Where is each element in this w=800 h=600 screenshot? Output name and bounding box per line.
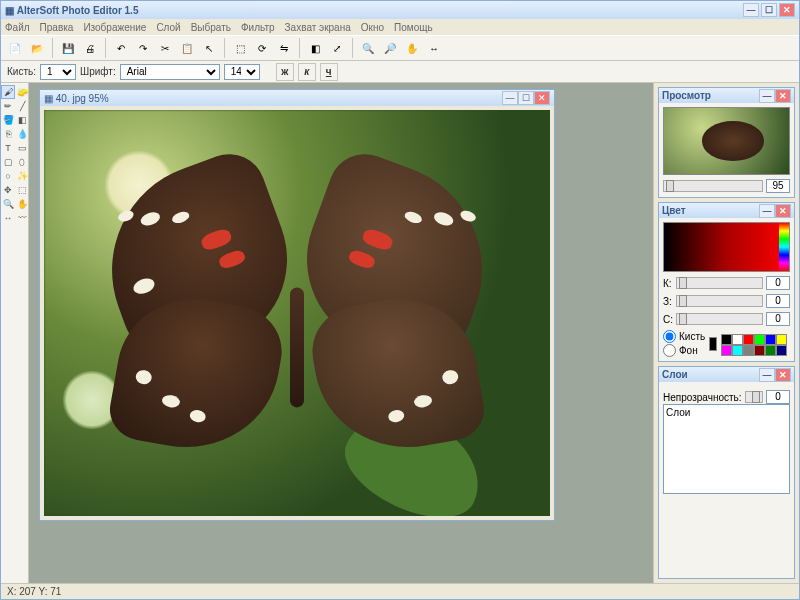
menu-5[interactable]: Фильтр bbox=[241, 22, 275, 33]
print-button[interactable]: 🖨 bbox=[80, 38, 100, 58]
swatch-2[interactable] bbox=[743, 334, 754, 345]
color-gradient-picker[interactable] bbox=[663, 222, 790, 272]
picker-tool[interactable]: 💧 bbox=[15, 127, 29, 141]
layers-list[interactable]: Слои bbox=[663, 404, 790, 494]
swatch-1[interactable] bbox=[732, 334, 743, 345]
measure-tool[interactable]: ↔ bbox=[1, 211, 15, 225]
color-minimize-button[interactable]: — bbox=[759, 204, 775, 218]
levels-button[interactable]: ◧ bbox=[305, 38, 325, 58]
redo-button[interactable]: ↷ bbox=[133, 38, 153, 58]
font-select[interactable]: Arial bbox=[120, 64, 220, 80]
brush-color-radio[interactable] bbox=[663, 330, 676, 343]
zoom-tool[interactable]: 🔍 bbox=[1, 197, 15, 211]
titlebar: ▦ AlterSoft Photo Editor 1.5 — ☐ ✕ bbox=[1, 1, 799, 19]
preview-minimize-button[interactable]: — bbox=[759, 89, 775, 103]
minimize-button[interactable]: — bbox=[743, 3, 759, 17]
doc-maximize-button[interactable]: ☐ bbox=[518, 91, 534, 105]
eraser-tool[interactable]: 🧽 bbox=[15, 85, 29, 99]
zoom-slider[interactable] bbox=[663, 180, 763, 192]
preview-close-button[interactable]: ✕ bbox=[775, 89, 791, 103]
brush-radio-label: Кисть bbox=[679, 331, 705, 342]
hue-bar[interactable] bbox=[779, 223, 789, 271]
swatch-3[interactable] bbox=[754, 334, 765, 345]
swatch-4[interactable] bbox=[765, 334, 776, 345]
swatch-5[interactable] bbox=[776, 334, 787, 345]
resize-button[interactable]: ⤢ bbox=[327, 38, 347, 58]
swatch-9[interactable] bbox=[754, 345, 765, 356]
undo-button[interactable]: ↶ bbox=[111, 38, 131, 58]
flip-button[interactable]: ⇋ bbox=[274, 38, 294, 58]
menu-3[interactable]: Слой bbox=[156, 22, 180, 33]
layers-minimize-button[interactable]: — bbox=[759, 368, 775, 382]
foreground-swatch[interactable] bbox=[709, 337, 717, 351]
copy-button[interactable]: 📋 bbox=[177, 38, 197, 58]
menu-0[interactable]: Файл bbox=[5, 22, 30, 33]
move-tool[interactable]: ✥ bbox=[1, 183, 15, 197]
italic-button[interactable]: к bbox=[298, 63, 316, 81]
wand-tool[interactable]: ✨ bbox=[15, 169, 29, 183]
opacity-slider[interactable] bbox=[745, 391, 763, 403]
green-slider[interactable] bbox=[676, 295, 763, 307]
ellipse-select-tool[interactable]: ○ bbox=[1, 169, 15, 183]
blue-slider[interactable] bbox=[676, 313, 763, 325]
preview-thumbnail[interactable] bbox=[663, 107, 790, 175]
lasso-tool[interactable]: ⬯ bbox=[15, 155, 29, 169]
crop-tool[interactable]: ⬚ bbox=[15, 183, 29, 197]
bg-color-radio[interactable] bbox=[663, 344, 676, 357]
swatch-6[interactable] bbox=[721, 345, 732, 356]
red-slider[interactable] bbox=[676, 277, 763, 289]
blue-value: 0 bbox=[766, 312, 790, 326]
line-tool[interactable]: ╱ bbox=[15, 99, 29, 113]
menu-7[interactable]: Окно bbox=[361, 22, 384, 33]
blue-label: С: bbox=[663, 314, 673, 325]
layers-close-button[interactable]: ✕ bbox=[775, 368, 791, 382]
gradient-tool[interactable]: ◧ bbox=[15, 113, 29, 127]
doc-close-button[interactable]: ✕ bbox=[534, 91, 550, 105]
swatch-11[interactable] bbox=[776, 345, 787, 356]
brush-tool[interactable]: 🖌 bbox=[1, 85, 15, 99]
doc-minimize-button[interactable]: — bbox=[502, 91, 518, 105]
color-close-button[interactable]: ✕ bbox=[775, 204, 791, 218]
toolbox: 🖌🧽✏╱🪣◧⎘💧T▭▢⬯○✨✥⬚🔍✋↔〰 bbox=[1, 83, 29, 583]
pencil-tool[interactable]: ✏ bbox=[1, 99, 15, 113]
menu-2[interactable]: Изображение bbox=[83, 22, 146, 33]
menu-1[interactable]: Правка bbox=[40, 22, 74, 33]
font-size-select[interactable]: 14 bbox=[224, 64, 260, 80]
bucket-tool[interactable]: 🪣 bbox=[1, 113, 15, 127]
swatch-10[interactable] bbox=[765, 345, 776, 356]
opacity-label: Непрозрачность: bbox=[663, 392, 742, 403]
shape-tool[interactable]: ▭ bbox=[15, 141, 29, 155]
document-canvas[interactable] bbox=[44, 110, 550, 516]
menu-6[interactable]: Захват экрана bbox=[285, 22, 351, 33]
open-file-button[interactable]: 📂 bbox=[27, 38, 47, 58]
new-file-button[interactable]: 📄 bbox=[5, 38, 25, 58]
zoom-in-button[interactable]: 🔍 bbox=[358, 38, 378, 58]
layer-item[interactable]: Слои bbox=[666, 407, 787, 418]
document-window: ▦ 40. jpg 95% — ☐ ✕ bbox=[39, 89, 555, 521]
hand-button[interactable]: ✋ bbox=[402, 38, 422, 58]
smudge-tool[interactable]: 〰 bbox=[15, 211, 29, 225]
clone-tool[interactable]: ⎘ bbox=[1, 127, 15, 141]
app-icon: ▦ bbox=[5, 5, 14, 16]
swatch-7[interactable] bbox=[732, 345, 743, 356]
swatch-0[interactable] bbox=[721, 334, 732, 345]
swatch-8[interactable] bbox=[743, 345, 754, 356]
maximize-button[interactable]: ☐ bbox=[761, 3, 777, 17]
rotate-button[interactable]: ⟳ bbox=[252, 38, 272, 58]
measure-button[interactable]: ↔ bbox=[424, 38, 444, 58]
bold-button[interactable]: ж bbox=[276, 63, 294, 81]
underline-button[interactable]: ч bbox=[320, 63, 338, 81]
menu-4[interactable]: Выбрать bbox=[191, 22, 231, 33]
cursor-coords: X: 207 Y: 71 bbox=[7, 586, 61, 597]
crop-button[interactable]: ⬚ bbox=[230, 38, 250, 58]
zoom-out-button[interactable]: 🔎 bbox=[380, 38, 400, 58]
menu-8[interactable]: Помощь bbox=[394, 22, 433, 33]
save-button[interactable]: 💾 bbox=[58, 38, 78, 58]
rect-select-tool[interactable]: ▢ bbox=[1, 155, 15, 169]
close-button[interactable]: ✕ bbox=[779, 3, 795, 17]
brush-size-select[interactable]: 1 bbox=[40, 64, 76, 80]
cut-button[interactable]: ✂ bbox=[155, 38, 175, 58]
text-tool[interactable]: T bbox=[1, 141, 15, 155]
hand-tool[interactable]: ✋ bbox=[15, 197, 29, 211]
pointer-button[interactable]: ↖ bbox=[199, 38, 219, 58]
